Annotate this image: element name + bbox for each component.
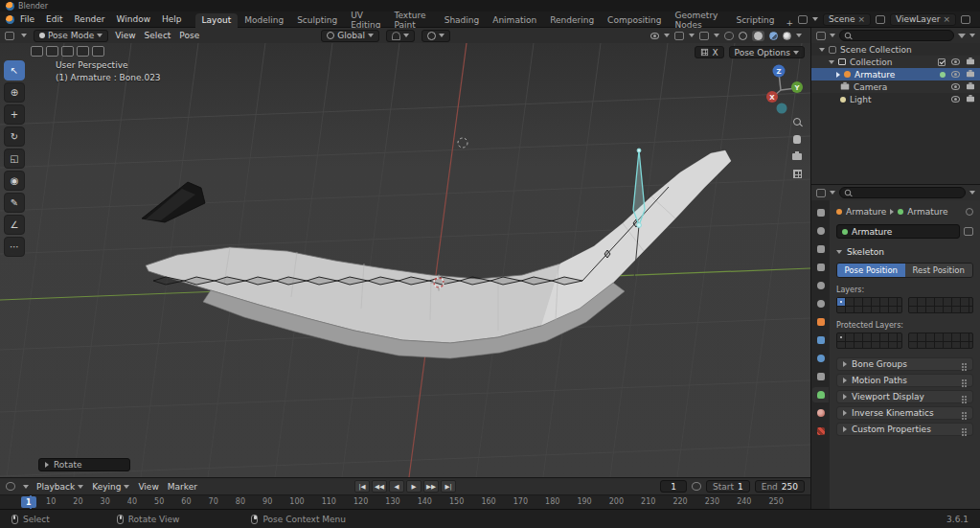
- active-layer-cell[interactable]: [837, 298, 845, 306]
- menu-file[interactable]: File: [14, 12, 40, 26]
- protected-group-1[interactable]: [836, 333, 902, 349]
- tab-rendering[interactable]: Rendering: [543, 13, 601, 28]
- drag-grip-icon[interactable]: [962, 428, 964, 430]
- xray-toggle-icon[interactable]: [724, 32, 734, 40]
- navigation-gizmo[interactable]: Z Y X: [766, 65, 803, 114]
- prev-keyframe-button[interactable]: ◀◀: [372, 480, 387, 493]
- layers-group-2[interactable]: [908, 297, 974, 313]
- tab-tool[interactable]: [812, 205, 829, 220]
- properties-editor-caret-icon[interactable]: [830, 191, 835, 195]
- layers-group-1[interactable]: [836, 297, 902, 313]
- disable-in-renders-icon[interactable]: [967, 59, 974, 65]
- tab-uv-editing[interactable]: UV Editing: [344, 13, 387, 28]
- filter-icon[interactable]: [958, 34, 966, 38]
- outliner-row-light[interactable]: Light: [811, 93, 980, 105]
- outliner-row-collection[interactable]: Collection: [811, 56, 980, 68]
- tool-setting-icon-5[interactable]: [92, 46, 104, 57]
- start-frame-field[interactable]: Start 1: [706, 480, 750, 493]
- disable-in-renders-icon[interactable]: [967, 72, 974, 78]
- play-button[interactable]: ▶: [406, 480, 422, 493]
- tab-animation[interactable]: Animation: [486, 13, 543, 28]
- tab-scripting[interactable]: Scripting: [729, 13, 781, 28]
- protected-group-2[interactable]: [908, 333, 974, 349]
- tab-modifiers[interactable]: [812, 333, 829, 348]
- tab-sculpting[interactable]: Sculpting: [290, 13, 344, 28]
- drag-grip-icon[interactable]: [962, 412, 964, 414]
- panel-bone-groups[interactable]: Bone Groups: [836, 357, 973, 371]
- overlays-icon[interactable]: [699, 32, 709, 40]
- menu-render[interactable]: Render: [69, 12, 111, 26]
- tab-geometry-nodes[interactable]: Geometry Nodes: [669, 13, 730, 28]
- menu-playback[interactable]: Playback: [36, 482, 83, 492]
- shading-caret-icon[interactable]: [796, 34, 802, 37]
- scene-clear-icon[interactable]: ×: [857, 15, 865, 23]
- tab-shading[interactable]: Shading: [438, 13, 487, 28]
- current-frame-field[interactable]: 1: [660, 480, 687, 493]
- drag-grip-icon[interactable]: [962, 379, 964, 381]
- outliner-filter-caret-icon[interactable]: [969, 34, 975, 37]
- tab-constraints[interactable]: [812, 369, 829, 384]
- add-workspace-button[interactable]: +: [781, 18, 798, 28]
- tab-view-layer[interactable]: [812, 260, 829, 275]
- fake-user-icon[interactable]: [964, 227, 973, 236]
- tool-setting-icon-2[interactable]: [46, 46, 58, 57]
- expand-icon[interactable]: [836, 72, 840, 78]
- vp-menu-view[interactable]: View: [115, 31, 135, 40]
- view-layer-selector[interactable]: ViewLayer ×: [890, 13, 956, 26]
- properties-options-caret-icon[interactable]: [969, 191, 975, 195]
- tool-annotate[interactable]: ✎: [4, 193, 25, 213]
- menu-window[interactable]: Window: [111, 12, 157, 26]
- viewport-canvas[interactable]: Z Y X X Pose Options: [0, 43, 810, 477]
- properties-search-input[interactable]: [839, 187, 966, 198]
- tool-setting-icon-1[interactable]: [31, 46, 43, 57]
- drag-grip-icon[interactable]: [962, 363, 964, 365]
- tool-more[interactable]: ⋯: [4, 237, 25, 257]
- panel-motion-paths[interactable]: Motion Paths: [836, 374, 973, 387]
- menu-timeline-view[interactable]: View: [138, 482, 158, 492]
- collection-checkbox[interactable]: [938, 58, 946, 66]
- tab-texture-paint[interactable]: Texture Paint: [388, 13, 438, 28]
- show-hide-caret-icon[interactable]: [664, 34, 670, 37]
- tab-physics[interactable]: [812, 351, 829, 366]
- hide-in-viewport-icon[interactable]: [951, 83, 960, 90]
- menu-keying[interactable]: Keying: [92, 482, 129, 492]
- auto-keying-icon[interactable]: [692, 482, 701, 491]
- panel-inverse-kinematics[interactable]: Inverse Kinematics: [836, 406, 973, 420]
- gizmos-caret-icon[interactable]: [689, 34, 695, 37]
- shading-rendered-icon[interactable]: [783, 32, 791, 40]
- editor-type-caret-icon[interactable]: [21, 34, 27, 37]
- overlays-caret-icon[interactable]: [714, 34, 719, 37]
- tab-render[interactable]: [812, 223, 829, 239]
- show-hide-icon[interactable]: [650, 33, 659, 39]
- shading-wireframe-icon[interactable]: [739, 32, 747, 40]
- gizmo-minus-z-ball[interactable]: [777, 103, 787, 114]
- scene-selector[interactable]: Scene ×: [823, 13, 871, 26]
- tab-object[interactable]: [812, 314, 829, 330]
- menu-help[interactable]: Help: [156, 12, 188, 26]
- editor-type-viewport-icon[interactable]: [5, 32, 14, 40]
- menu-marker[interactable]: Marker: [168, 482, 197, 492]
- editor-type-properties-icon[interactable]: [816, 189, 826, 197]
- tool-scale[interactable]: ◱: [4, 149, 25, 169]
- playhead-frame-badge[interactable]: 1: [21, 496, 36, 508]
- jump-to-end-button[interactable]: ▶|: [441, 480, 456, 493]
- snap-toggle[interactable]: [386, 30, 415, 42]
- new-view-layer-icon[interactable]: [961, 15, 970, 24]
- outliner-row-armature[interactable]: Armature: [811, 68, 980, 80]
- tab-object-data[interactable]: [812, 387, 829, 402]
- tab-scene[interactable]: [812, 278, 829, 293]
- tool-measure[interactable]: ∠: [4, 215, 25, 235]
- hide-in-viewport-icon[interactable]: [951, 58, 960, 65]
- disable-in-renders-icon[interactable]: [967, 97, 974, 103]
- tool-setting-icon-4[interactable]: [77, 46, 89, 57]
- drag-grip-icon[interactable]: [962, 396, 964, 398]
- tab-texture[interactable]: [812, 424, 829, 439]
- transform-orientation-selector[interactable]: Global: [321, 30, 379, 42]
- camera-view-icon[interactable]: [792, 153, 802, 160]
- tool-cursor[interactable]: ⊕: [4, 82, 25, 103]
- tool-transform[interactable]: ◉: [4, 171, 25, 191]
- disable-in-renders-icon[interactable]: [967, 84, 974, 90]
- shading-solid-icon[interactable]: [754, 32, 763, 40]
- breadcrumb-object[interactable]: Armature: [846, 207, 886, 217]
- tool-rotate[interactable]: ↻: [4, 126, 25, 147]
